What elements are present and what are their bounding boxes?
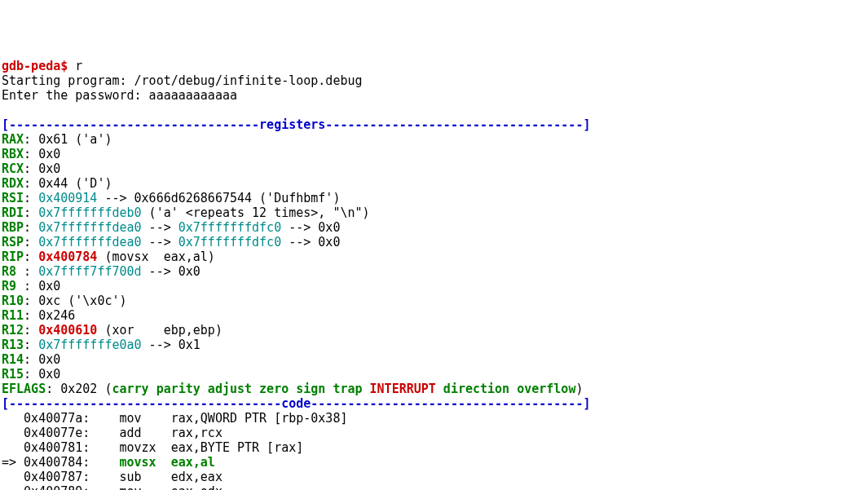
code-line-5: 0x400789: mov eax,edx	[2, 484, 223, 490]
reg-addr-r13: 0x7fffffffe0a0	[38, 338, 141, 352]
reg-val-r9: : 0x0	[24, 279, 68, 294]
reg-name-rcx: RCX	[2, 161, 24, 176]
eflags-set: INTERRUPT	[370, 382, 436, 396]
reg-colon-r12: :	[24, 323, 38, 338]
reg-name-r8: R8	[2, 264, 24, 279]
reg-colon-r8: :	[24, 264, 38, 279]
reg-colon-rbp: :	[24, 220, 38, 235]
reg-name-rsp: RSP	[2, 235, 24, 249]
reg-val-r11: : 0x246	[24, 308, 82, 323]
reg-addr-rdi: 0x7fffffffdeb0	[38, 205, 141, 220]
reg-name-r9: R9	[2, 279, 24, 294]
reg-name-r14: R14	[2, 352, 24, 367]
reg-colon-rsi: :	[24, 191, 38, 205]
reg-name-rbp: RBP	[2, 220, 24, 235]
eflags-clear2: direction overflow	[436, 382, 576, 396]
reg-name-rdx: RDX	[2, 176, 24, 191]
reg-rest-rdi: ('a' <repeats 12 times>, "\n")	[142, 205, 370, 220]
code-line-0: 0x40077a: mov rax,QWORD PTR [rbp-0x38]	[2, 411, 347, 426]
reg-colon-rip: :	[24, 249, 38, 264]
reg-val-rcx: : 0x0	[24, 161, 68, 176]
reg-name-r10: R10	[2, 294, 24, 308]
reg-name-eflags: EFLAGS	[2, 382, 46, 396]
code-line-1: 0x40077e: add rax,rcx	[2, 426, 223, 440]
reg-val-r15: : 0x0	[24, 367, 68, 382]
reg-name-r12: R12	[2, 323, 24, 338]
gdb-command: r	[68, 59, 82, 73]
section-code: [-------------------------------------co…	[2, 396, 590, 411]
code-line-3-pre: => 0x400784:	[2, 455, 120, 470]
reg-val-r10: : 0xc ('\x0c')	[24, 294, 126, 308]
reg-name-rip: RIP	[2, 249, 24, 264]
reg-name-rax: RAX	[2, 132, 24, 147]
reg-val-rbx: : 0x0	[24, 147, 68, 161]
code-line-3-mnemonic: movsx	[120, 455, 171, 470]
reg-name-r13: R13	[2, 338, 24, 352]
reg-addr-rsi: 0x400914	[38, 191, 97, 205]
gdb-prompt: gdb-peda$	[2, 59, 68, 73]
reg-addr2-rsp: 0x7fffffffdfc0	[178, 235, 281, 249]
section-registers: [----------------------------------regis…	[2, 117, 590, 132]
reg-val-r14: : 0x0	[24, 352, 68, 367]
reg-name-rbx: RBX	[2, 147, 24, 161]
terminal-output[interactable]: gdb-peda$ r Starting program: /root/debu…	[0, 59, 868, 490]
reg-addr-rsp: 0x7fffffffdea0	[38, 235, 141, 249]
reg-addr-r12: 0x400610	[38, 323, 97, 338]
reg-rest-r8: --> 0x0	[142, 264, 208, 279]
reg-rest-rbp: --> 0x0	[281, 220, 347, 235]
reg-rest-rsp: --> 0x0	[281, 235, 347, 249]
reg-rest-rip: (movsx eax,al)	[97, 249, 215, 264]
reg-name-r15: R15	[2, 367, 24, 382]
code-line-2: 0x400781: movzx eax,BYTE PTR [rax]	[2, 440, 303, 455]
reg-addr-rbp: 0x7fffffffdea0	[38, 220, 141, 235]
reg-rest-r12: (xor ebp,ebp)	[97, 323, 223, 338]
reg-rest-rsi: --> 0x666d6268667544 ('Dufhbmf')	[97, 191, 340, 205]
reg-name-rdi: RDI	[2, 205, 24, 220]
code-line-4: 0x400787: sub edx,eax	[2, 470, 223, 484]
reg-arrow1-rsp: -->	[142, 235, 178, 249]
eflags-clear1: carry parity adjust zero sign trap	[112, 382, 369, 396]
code-line-3-ops: eax,al	[171, 455, 215, 470]
reg-name-r11: R11	[2, 308, 24, 323]
reg-name-rsi: RSI	[2, 191, 24, 205]
reg-colon-rsp: :	[24, 235, 38, 249]
enter-password-line: Enter the password: aaaaaaaaaaaa	[2, 88, 237, 103]
reg-colon-rdi: :	[24, 205, 38, 220]
reg-rest-r13: --> 0x1	[142, 338, 208, 352]
eflags-pre: : 0x202 (	[46, 382, 112, 396]
reg-addr-r8: 0x7ffff7ff700d	[38, 264, 141, 279]
eflags-close: )	[575, 382, 583, 396]
reg-val-rdx: : 0x44 ('D')	[24, 176, 112, 191]
reg-addr-rip: 0x400784	[38, 249, 97, 264]
reg-colon-r13: :	[24, 338, 38, 352]
reg-addr2-rbp: 0x7fffffffdfc0	[178, 220, 281, 235]
starting-line: Starting program: /root/debug/infinite-l…	[2, 73, 363, 88]
reg-val-rax: : 0x61 ('a')	[24, 132, 112, 147]
reg-arrow1-rbp: -->	[142, 220, 178, 235]
